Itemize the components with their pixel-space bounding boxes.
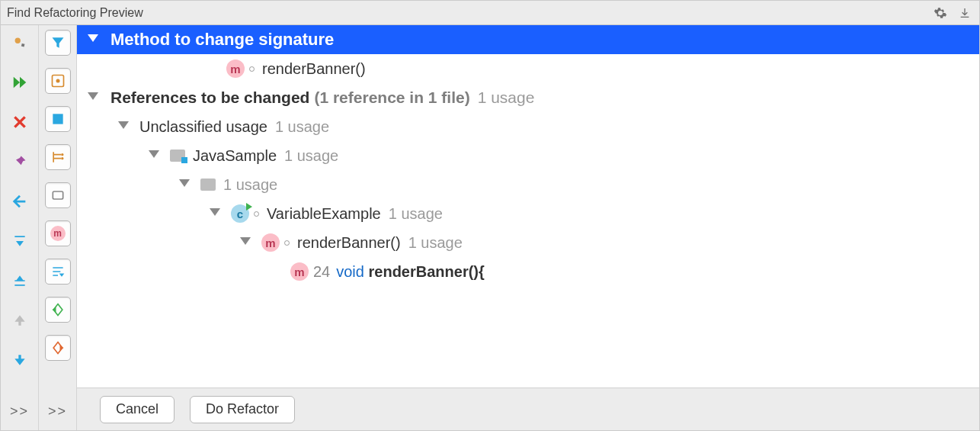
usage-count: 1 usage xyxy=(223,176,277,194)
toolbar-left-2: m >> xyxy=(39,25,77,430)
class-badge-icon: c xyxy=(231,204,249,223)
rerun-button[interactable] xyxy=(7,69,33,95)
folder-row[interactable]: 1 usage xyxy=(77,170,979,199)
nested-method-label: renderBanner() xyxy=(297,234,401,252)
svg-point-2 xyxy=(56,79,59,83)
cancel-button[interactable]: Cancel xyxy=(100,396,175,423)
method-row[interactable]: m renderBanner() xyxy=(77,54,979,83)
import-button[interactable] xyxy=(45,297,71,323)
usage-tree[interactable]: Method to change signature m renderBanne… xyxy=(77,25,979,388)
back-button[interactable] xyxy=(7,188,33,214)
expand-arrow-icon xyxy=(88,92,98,103)
group-button[interactable] xyxy=(45,68,71,94)
folder-icon xyxy=(200,179,216,191)
collapse-bottom-button[interactable] xyxy=(7,268,33,294)
flatten-button[interactable] xyxy=(45,182,71,208)
collapse-top-button[interactable] xyxy=(7,228,33,254)
usage-count: 1 usage xyxy=(408,234,463,252)
references-count: (1 reference in 1 file) xyxy=(314,88,469,107)
svg-point-4 xyxy=(61,153,63,156)
code-signature: renderBanner(){ xyxy=(369,263,485,281)
tree-header-row[interactable]: Method to change signature xyxy=(77,25,979,54)
toolbar-overflow-1[interactable]: >> xyxy=(10,404,29,420)
close-button[interactable] xyxy=(7,109,33,135)
sort-button[interactable] xyxy=(45,259,71,285)
svg-rect-3 xyxy=(53,114,62,124)
expand-arrow-icon xyxy=(88,34,98,45)
button-bar: Cancel Do Refactor xyxy=(77,388,979,430)
toolbar-left-1: >> xyxy=(1,25,39,430)
header-label: Method to change signature xyxy=(110,30,334,50)
settings-button[interactable] xyxy=(7,30,33,56)
visibility-dot-icon xyxy=(284,240,290,246)
visibility-dot-icon xyxy=(254,211,259,217)
usage-count: 1 usage xyxy=(275,118,329,136)
visibility-dot-icon xyxy=(249,66,255,72)
do-refactor-button[interactable]: Do Refactor xyxy=(190,396,295,423)
hide-panel-icon[interactable] xyxy=(956,5,973,21)
expand-arrow-icon xyxy=(179,179,190,190)
module-label: JavaSample xyxy=(193,147,277,165)
method-badge-icon: m xyxy=(50,226,66,241)
expand-arrow-icon xyxy=(118,121,129,132)
method-badge-icon: m xyxy=(290,262,309,281)
main-area: >> m >> xyxy=(1,25,979,430)
down-arrow-button[interactable] xyxy=(7,347,33,373)
window-title: Find Refactoring Preview xyxy=(7,6,143,20)
filter-button[interactable] xyxy=(45,30,71,56)
method-group-button[interactable]: m xyxy=(45,220,71,246)
title-bar: Find Refactoring Preview xyxy=(1,1,979,25)
expand-arrow-icon xyxy=(240,237,251,248)
settings-gear-icon[interactable] xyxy=(932,5,949,21)
class-row[interactable]: c VariableExample 1 usage xyxy=(77,199,979,228)
pin-button[interactable] xyxy=(7,149,33,175)
references-label: References to be changed xyxy=(110,88,309,107)
class-label: VariableExample xyxy=(267,205,381,223)
code-line-row[interactable]: m 24 void renderBanner(){ xyxy=(77,257,979,286)
line-number: 24 xyxy=(313,263,330,281)
expand-arrow-icon xyxy=(210,208,220,219)
usage-count: 1 usage xyxy=(478,88,535,107)
svg-point-5 xyxy=(61,157,63,159)
nested-method-row[interactable]: m renderBanner() 1 usage xyxy=(77,228,979,257)
content-pane: Method to change signature m renderBanne… xyxy=(77,25,979,430)
unclassified-row[interactable]: Unclassified usage 1 usage xyxy=(77,112,979,141)
unclassified-label: Unclassified usage xyxy=(139,118,267,136)
module-row[interactable]: JavaSample 1 usage xyxy=(77,141,979,170)
references-row[interactable]: References to be changed (1 reference in… xyxy=(77,83,979,112)
method-badge-icon: m xyxy=(261,233,280,252)
method-name: renderBanner() xyxy=(262,60,366,78)
toolbar-overflow-2[interactable]: >> xyxy=(48,404,67,420)
svg-rect-6 xyxy=(53,191,62,199)
svg-point-0 xyxy=(14,38,20,43)
usage-count: 1 usage xyxy=(284,147,338,165)
code-keyword: void xyxy=(336,263,364,281)
method-badge-icon: m xyxy=(226,60,245,78)
expand-arrow-icon xyxy=(149,150,159,161)
usage-count: 1 usage xyxy=(389,205,443,223)
module-folder-icon xyxy=(170,150,185,162)
tree-view-button[interactable] xyxy=(45,144,71,170)
export-button[interactable] xyxy=(45,335,71,361)
up-arrow-button[interactable] xyxy=(7,307,33,333)
expand-all-button[interactable] xyxy=(45,106,71,132)
